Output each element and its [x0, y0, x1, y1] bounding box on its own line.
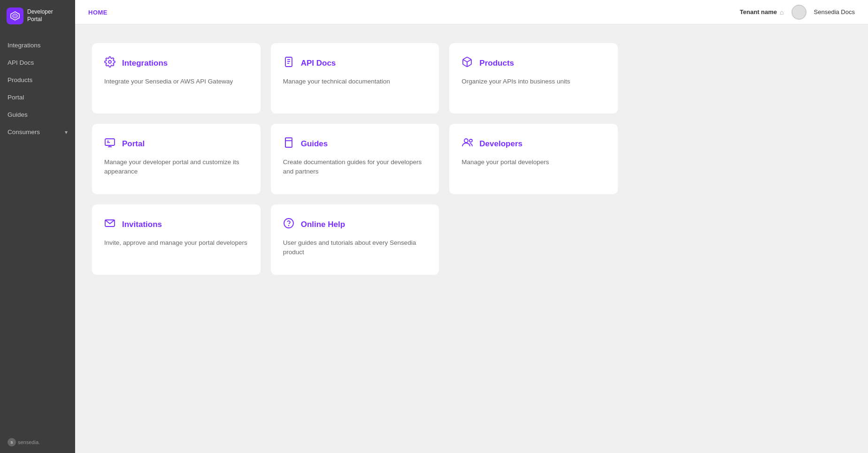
svg-rect-13 [285, 138, 292, 147]
page-title: HOME [88, 9, 108, 16]
sidebar-logo[interactable]: Developer Portal [0, 0, 75, 32]
card-description: Integrate your Sensedia or AWS API Gatew… [104, 77, 248, 86]
sensedia-dot-icon: s [8, 438, 16, 446]
sidebar-item-portal[interactable]: Portal [0, 89, 75, 106]
gear-icon [104, 56, 116, 70]
sidebar-item-api-docs[interactable]: API Docs [0, 54, 75, 71]
card-description: Manage your portal developers [461, 158, 606, 167]
monitor-icon [104, 137, 116, 151]
svg-point-19 [284, 219, 293, 228]
card-api-docs[interactable]: API Docs Manage your technical documenta… [271, 43, 439, 113]
sidebar-item-label: Consumers [8, 128, 40, 136]
sensedia-logo: s sensedia. [8, 438, 40, 446]
card-description: Invite, approve and manage your portal d… [104, 238, 248, 248]
card-portal[interactable]: Portal Manage your developer portal and … [92, 124, 261, 194]
card-header: Guides [283, 137, 427, 151]
svg-point-17 [469, 139, 472, 142]
tenant-name: Tenant name ⌂ [740, 8, 784, 16]
card-title: Developers [479, 139, 522, 149]
card-header: Integrations [104, 56, 248, 70]
sidebar-item-guides[interactable]: Guides [0, 106, 75, 123]
card-header: Portal [104, 137, 248, 151]
envelope-icon [104, 218, 116, 232]
card-title: Portal [122, 139, 145, 149]
sidebar-item-consumers[interactable]: Consumers▾ [0, 123, 75, 141]
logo-text: Developer Portal [27, 8, 53, 23]
card-title: API Docs [301, 59, 336, 68]
home-icon[interactable]: ⌂ [780, 8, 784, 16]
card-title: Online Help [301, 220, 345, 229]
users-icon [461, 137, 474, 151]
card-description: Organize your APIs into business units [461, 77, 606, 86]
card-guides[interactable]: Guides Create documentation guides for y… [271, 124, 439, 194]
cards-grid: Integrations Integrate your Sensedia or … [92, 43, 618, 275]
card-products[interactable]: Products Organize your APIs into busines… [449, 43, 618, 113]
svg-point-2 [108, 60, 111, 63]
card-description: Create documentation guides for your dev… [283, 158, 427, 177]
topbar: HOME Tenant name ⌂ Sensedia Docs [75, 0, 868, 24]
sidebar-item-label: API Docs [8, 59, 34, 66]
card-description: Manage your developer portal and customi… [104, 158, 248, 177]
card-integrations[interactable]: Integrations Integrate your Sensedia or … [92, 43, 261, 113]
logo-icon [7, 8, 23, 24]
topbar-left: HOME [88, 8, 108, 16]
card-title: Invitations [122, 220, 162, 229]
book-icon [283, 137, 295, 151]
sidebar-footer: s sensedia. [0, 431, 75, 453]
sidebar-item-label: Guides [8, 111, 28, 118]
svg-rect-3 [285, 57, 292, 67]
svg-marker-1 [13, 14, 17, 18]
card-header: Online Help [283, 218, 427, 232]
svg-rect-8 [105, 139, 115, 145]
card-online-help[interactable]: Online Help User guides and tutorials ab… [271, 204, 439, 275]
sidebar-item-label: Products [8, 76, 32, 83]
card-description: User guides and tutorials about every Se… [283, 238, 427, 257]
sidebar-item-products[interactable]: Products [0, 71, 75, 89]
main-area: HOME Tenant name ⌂ Sensedia Docs Integra… [75, 0, 868, 453]
question-icon [283, 218, 295, 232]
card-invitations[interactable]: Invitations Invite, approve and manage y… [92, 204, 261, 275]
user-avatar[interactable] [791, 5, 807, 20]
nav-items: IntegrationsAPI DocsProductsPortalGuides… [0, 32, 75, 431]
card-title: Guides [301, 139, 328, 149]
card-title: Products [479, 59, 514, 68]
sidebar-item-label: Integrations [8, 42, 41, 49]
card-developers[interactable]: Developers Manage your portal developers [449, 124, 618, 194]
topbar-right: Tenant name ⌂ Sensedia Docs [740, 5, 855, 20]
sensedia-docs-link[interactable]: Sensedia Docs [814, 8, 855, 15]
doc-icon [283, 56, 295, 70]
card-header: Invitations [104, 218, 248, 232]
svg-point-16 [464, 139, 468, 143]
content-area: Integrations Integrate your Sensedia or … [75, 24, 868, 453]
box-icon [461, 56, 474, 70]
card-description: Manage your technical documentation [283, 77, 427, 86]
sidebar-item-label: Portal [8, 94, 24, 101]
sidebar-item-integrations[interactable]: Integrations [0, 37, 75, 54]
sidebar: Developer Portal IntegrationsAPI DocsPro… [0, 0, 75, 453]
chevron-down-icon: ▾ [65, 129, 68, 136]
card-header: API Docs [283, 56, 427, 70]
card-title: Integrations [122, 59, 168, 68]
card-header: Developers [461, 137, 606, 151]
card-header: Products [461, 56, 606, 70]
